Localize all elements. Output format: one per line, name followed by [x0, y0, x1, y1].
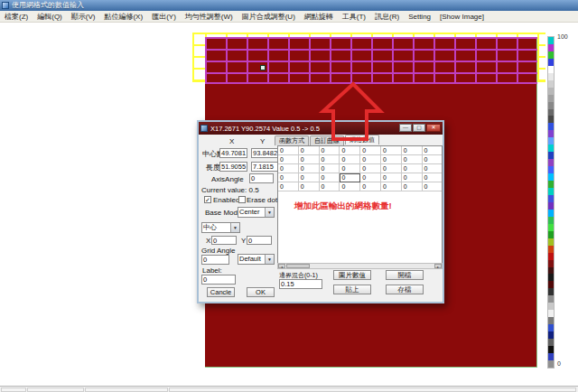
menu-item-7[interactable]: 網點旋轉	[300, 11, 338, 23]
cancel-button[interactable]: Cancle	[207, 287, 235, 297]
table-cell[interactable]: 0	[320, 146, 340, 155]
anchor-dropdown[interactable]: 中心▼	[201, 222, 240, 233]
color-scale-bar[interactable]	[547, 36, 555, 369]
color-segment[interactable]	[548, 353, 554, 360]
table-cell[interactable]: 0	[278, 155, 299, 164]
table-cell[interactable]: 0	[340, 164, 360, 173]
center-x-field[interactable]: 49.7081	[219, 148, 247, 158]
color-segment[interactable]	[548, 317, 554, 324]
table-cell[interactable]: 0	[320, 182, 340, 191]
table-cell[interactable]: 0	[381, 173, 402, 182]
grid-value-table[interactable]: 0000000000000000000000000000000000000000…	[277, 145, 443, 265]
table-cell[interactable]: 0	[299, 164, 320, 173]
table-cell[interactable]: 0	[278, 182, 299, 191]
tab-0[interactable]: 函數方式	[275, 135, 309, 145]
table-cell[interactable]: 0	[381, 164, 402, 173]
table-cell[interactable]: 0	[423, 155, 443, 164]
table-cell[interactable]: 0	[402, 182, 423, 191]
dialog-close-button[interactable]: ✕	[426, 124, 441, 132]
menu-item-4[interactable]: 匯出(Y)	[147, 11, 181, 23]
table-cell[interactable]: 0	[299, 173, 320, 182]
menu-item-11[interactable]: [Show Image]	[435, 11, 489, 23]
dialog-minimize-button[interactable]: —	[399, 124, 412, 132]
color-segment[interactable]	[548, 102, 554, 109]
table-cell[interactable]: 0	[299, 182, 320, 191]
scrollbar-thumb[interactable]	[286, 264, 310, 268]
table-cell[interactable]: 0	[423, 182, 443, 191]
menu-item-3[interactable]: 點位編修(X)	[99, 11, 147, 23]
center-y-field[interactable]: 93.8482	[251, 148, 279, 158]
color-segment[interactable]	[548, 137, 554, 145]
color-segment[interactable]	[548, 210, 554, 217]
color-segment[interactable]	[548, 267, 554, 275]
table-cell[interactable]: 0	[360, 182, 381, 191]
table-cell[interactable]: 0	[278, 146, 299, 155]
table-cell[interactable]: 0	[360, 146, 381, 155]
color-segment[interactable]	[548, 246, 554, 253]
table-cell[interactable]: 0	[340, 182, 360, 191]
color-segment[interactable]	[548, 310, 554, 317]
erase-dots-checkbox[interactable]	[238, 196, 246, 203]
paste-button[interactable]: 貼上	[333, 285, 371, 294]
color-segment[interactable]	[548, 73, 554, 80]
offset-x-field[interactable]: 0	[211, 236, 237, 245]
color-segment[interactable]	[548, 303, 554, 310]
table-cell[interactable]: 0	[340, 173, 360, 182]
color-segment[interactable]	[548, 202, 554, 210]
color-segment[interactable]	[548, 217, 554, 224]
table-cell[interactable]: 0	[402, 173, 423, 182]
color-segment[interactable]	[548, 346, 554, 353]
enabled-checkbox[interactable]: ✓	[204, 196, 211, 203]
image-values-button[interactable]: 圖片數值	[333, 270, 371, 280]
table-cell[interactable]: 0	[320, 173, 340, 182]
table-cell[interactable]: 0	[278, 173, 299, 182]
table-cell[interactable]: 0	[381, 146, 402, 155]
axis-angle-field[interactable]: 0	[249, 173, 274, 183]
table-cell[interactable]: 0	[299, 146, 320, 155]
color-segment[interactable]	[548, 224, 554, 231]
table-cell[interactable]: 0	[360, 164, 381, 173]
table-cell[interactable]: 0	[381, 182, 402, 191]
table-cell[interactable]: 0	[299, 155, 320, 164]
table-cell[interactable]: 0	[423, 164, 443, 173]
save-file-button[interactable]: 存檔	[386, 285, 424, 294]
color-segment[interactable]	[548, 80, 554, 88]
color-segment[interactable]	[548, 37, 554, 44]
menu-item-6[interactable]: 圖片合成調整(U)	[238, 11, 300, 23]
color-segment[interactable]	[548, 339, 554, 346]
color-segment[interactable]	[548, 130, 554, 137]
color-segment[interactable]	[548, 295, 554, 303]
length-x-field[interactable]: 51.9055	[219, 162, 247, 172]
color-segment[interactable]	[548, 123, 554, 130]
table-cell[interactable]: 0	[360, 155, 381, 164]
table-cell[interactable]: 0	[423, 173, 443, 182]
color-segment[interactable]	[548, 59, 554, 66]
color-segment[interactable]	[548, 331, 554, 339]
base-mode-dropdown[interactable]: Center▼	[238, 207, 275, 218]
table-cell[interactable]: 0	[402, 155, 423, 164]
color-segment[interactable]	[548, 51, 554, 59]
table-cell[interactable]: 0	[402, 164, 423, 173]
table-cell[interactable]: 0	[320, 164, 340, 173]
label-field[interactable]: 0	[201, 275, 236, 285]
dot-grid-overlay[interactable]	[205, 37, 537, 84]
length-y-field[interactable]: 7.1815	[251, 162, 279, 172]
color-segment[interactable]	[548, 260, 554, 267]
color-segment[interactable]	[548, 44, 554, 51]
color-segment[interactable]	[548, 360, 554, 368]
table-cell[interactable]: 0	[320, 155, 340, 164]
dialog-maximize-button[interactable]: ▢	[413, 124, 425, 132]
color-segment[interactable]	[548, 145, 554, 152]
table-horizontal-scrollbar[interactable]: ◂ ▸	[277, 263, 443, 269]
menu-item-9[interactable]: 訊息(R)	[370, 11, 404, 23]
color-segment[interactable]	[548, 66, 554, 73]
menu-item-1[interactable]: 編輯(Q)	[33, 11, 67, 23]
tab-2[interactable]: 網格數值	[345, 135, 379, 145]
color-segment[interactable]	[548, 238, 554, 246]
color-segment[interactable]	[548, 288, 554, 295]
chevron-down-icon[interactable]: ▼	[230, 223, 239, 232]
table-cell[interactable]: 0	[340, 146, 360, 155]
color-segment[interactable]	[548, 181, 554, 188]
selected-point-marker[interactable]	[260, 65, 266, 70]
chevron-down-icon[interactable]: ▼	[265, 255, 274, 264]
